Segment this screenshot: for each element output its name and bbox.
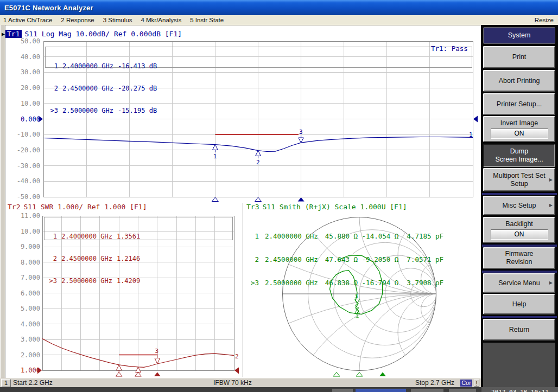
- status-bar: 1 Start 2.2 GHz IFBW 70 kHz Stop 2.7 GHz…: [0, 378, 481, 388]
- softkey-invert-image[interactable]: Invert Image ON: [483, 116, 555, 142]
- taskbar-button[interactable]: [449, 389, 476, 392]
- marker-row: >3 2.5000000 GHz 46.838 Ω -16.794 Ω 3.79…: [251, 280, 480, 287]
- svg-text:3: 3: [155, 348, 159, 355]
- marker-row: >3 2.5000000 GHz 1.4209: [49, 278, 232, 285]
- menu-stimulus[interactable]: 3 Stimulus: [103, 17, 132, 23]
- tr2-header[interactable]: Tr2 S11 SWR 1.000/ Ref 1.000 [F1]: [8, 203, 147, 211]
- softkey-return[interactable]: Return: [483, 319, 555, 340]
- softkey-empty-panel: [483, 343, 555, 387]
- marker-row: >3 2.5000000 GHz -15.195 dB: [50, 107, 472, 114]
- invert-image-state: ON: [491, 128, 548, 139]
- marker-row: 2 2.4500000 GHz -20.275 dB: [50, 85, 472, 92]
- active-trace-indicator: ▶: [2, 31, 5, 37]
- softkey-abort-printing[interactable]: Abort Printing: [483, 70, 555, 92]
- softkey-help[interactable]: Help: [483, 294, 555, 314]
- alert-indicator: !: [474, 380, 479, 387]
- submenu-arrow-icon: ▶: [549, 177, 553, 183]
- softkey-multiport-test-set-setup[interactable]: Multiport Test Set Setup ▶: [483, 168, 555, 191]
- correction-status-badge: Cor: [460, 380, 472, 387]
- tr3-label: Tr3: [246, 203, 259, 211]
- tr1-trace: [43, 137, 473, 152]
- marker-row: 2 2.4500000 GHz 1.2146: [49, 255, 232, 262]
- softkey-backlight[interactable]: Backlight ON: [483, 217, 555, 243]
- tr1-marker-1[interactable]: 1: [213, 145, 218, 160]
- left-edge-strip: [0, 25, 5, 378]
- svg-text:2: 2: [256, 159, 260, 166]
- tr1-label-chip: Tr1: [5, 30, 21, 38]
- softkey-menu-title: System: [483, 27, 555, 44]
- tr2-ref-arrows: [37, 368, 239, 374]
- taskbar-clock-area: 2017-03-18 10:11: [481, 387, 558, 392]
- menu-resize[interactable]: Resize: [535, 17, 554, 23]
- softkey-service-menu[interactable]: Service Menu ▶: [483, 273, 555, 293]
- tr3-marker-table: 1 2.4000000 GHz 45.880 Ω -14.054 Ω 4.718…: [246, 216, 480, 303]
- submenu-arrow-icon: ▶: [549, 280, 553, 286]
- e5071c-screen: E5071C Network Analyzer 1 Active Ch/Trac…: [0, 0, 558, 392]
- marker-row: 1 2.4000000 GHz -16.413 dB: [50, 63, 472, 70]
- softkey-dump-screen-image[interactable]: Dump Screen Image...: [483, 144, 555, 167]
- ifbw-readout: IFBW 70 kHz: [213, 379, 252, 387]
- menu-instr-state[interactable]: 5 Instr State: [190, 17, 224, 23]
- sweep-start-readout: Start 2.2 GHz: [13, 379, 53, 387]
- tr1-marker-3-active[interactable]: 3: [299, 128, 304, 143]
- windows-taskbar-clipped: 2017-03-18 10:11: [0, 387, 558, 392]
- softkey-misc-setup[interactable]: Misc Setup ▶: [483, 196, 555, 215]
- tr1-marker-table: 1 2.4000000 GHz -16.413 dB 2 2.4500000 G…: [45, 47, 472, 68]
- tr3-format-text: S11 Smith (R+jX) Scale 1.000U [F1]: [262, 203, 407, 211]
- menu-bar: 1 Active Ch/Trace 2 Response 3 Stimulus …: [0, 15, 558, 25]
- sweep-stop-readout: Stop 2.7 GHz: [415, 379, 454, 387]
- tr1-header[interactable]: ▶ Tr1 S11 Log Mag 10.00dB/ Ref 0.000dB […: [2, 30, 182, 38]
- window-title-bar: E5071C Network Analyzer: [0, 0, 558, 15]
- tr1-axis-marker-triangles: [212, 197, 304, 202]
- svg-text:3: 3: [299, 128, 303, 136]
- marker-row: 1 2.4000000 GHz 45.880 Ω -14.054 Ω 4.718…: [251, 233, 480, 240]
- softkey-menu: System Print Abort Printing Printer Setu…: [481, 25, 558, 387]
- menu-response[interactable]: 2 Response: [61, 17, 94, 23]
- taskbar-button[interactable]: [332, 389, 353, 392]
- taskbar-button[interactable]: [411, 389, 443, 392]
- taskbar-button-active[interactable]: [356, 389, 406, 392]
- taskbar-clock: 2017-03-18 10:11: [491, 389, 549, 392]
- tr2-marker-table: 1 2.4000000 GHz 1.3561 2 2.4500000 GHz 1…: [44, 217, 233, 240]
- marker-row: 1 2.4000000 GHz 1.3561: [49, 233, 232, 240]
- softkey-firmware-revision[interactable]: Firmware Revision: [483, 247, 555, 269]
- menu-mkr-analysis[interactable]: 4 Mkr/Analysis: [141, 17, 181, 23]
- tr1-trace-number: 1: [469, 131, 473, 138]
- channel-number-box[interactable]: 1: [1, 379, 11, 387]
- tr2-trace: [42, 339, 234, 368]
- tr2-marker-1[interactable]: [116, 365, 122, 373]
- submenu-arrow-icon: ▶: [549, 203, 553, 208]
- tr2-axis-marker-triangles: [116, 372, 161, 377]
- backlight-state: ON: [491, 229, 548, 240]
- tr2-marker-3-active[interactable]: 3: [155, 348, 160, 364]
- menu-active-ch-trace[interactable]: 1 Active Ch/Trace: [3, 17, 52, 23]
- tr3-header[interactable]: Tr3 S11 Smith (R+jX) Scale 1.000U [F1]: [246, 203, 407, 211]
- tr1-format-text: S11 Log Mag 10.00dB/ Ref 0.000dB [F1]: [25, 30, 182, 38]
- softkey-print[interactable]: Print: [483, 46, 555, 68]
- svg-text:1: 1: [213, 153, 217, 160]
- tr2-label: Tr2: [8, 203, 20, 211]
- tr2-trace-number: 2: [235, 353, 239, 360]
- tr2-marker-2[interactable]: [136, 367, 141, 375]
- window-title: E5071C Network Analyzer: [4, 4, 93, 12]
- marker-row: 2 2.4500000 GHz 47.643 Ω -9.2050 Ω 7.057…: [251, 256, 480, 264]
- softkey-printer-setup[interactable]: Printer Setup...: [483, 93, 555, 115]
- tr3-axis-marker-triangles: [333, 372, 386, 377]
- tr1-marker-2[interactable]: 2: [256, 151, 261, 166]
- tr2-format-text: S11 SWR 1.000/ Ref 1.000 [F1]: [23, 203, 147, 211]
